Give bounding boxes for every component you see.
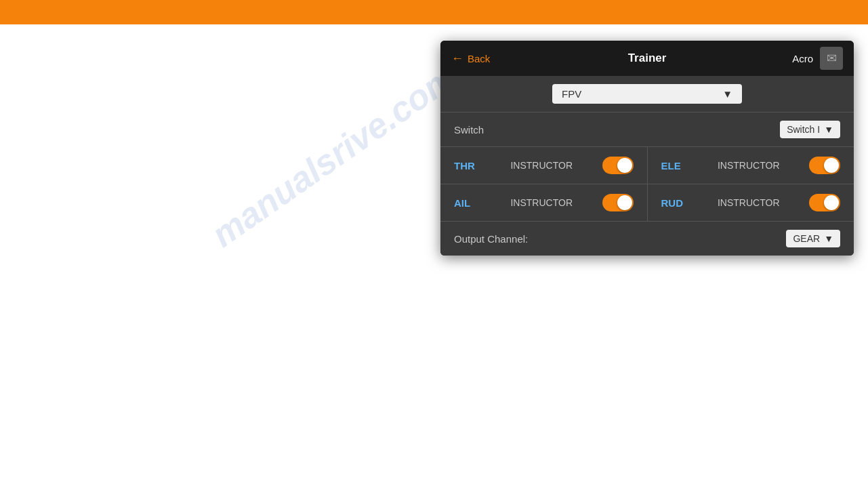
modal-title: Trainer <box>628 52 667 65</box>
envelope-glyph: ✉ <box>827 51 837 66</box>
rud-toggle[interactable] <box>809 194 840 211</box>
controls-grid: THR INSTRUCTOR ELE INSTRUCTOR AIL INSTRU… <box>440 147 854 222</box>
rud-channel-name: RUD <box>661 197 688 209</box>
switch-value: Switch I <box>787 124 820 135</box>
back-label: Back <box>468 53 490 64</box>
switch-dropdown-arrow-icon: ▼ <box>824 124 833 135</box>
output-channel-dropdown[interactable]: GEAR ▼ <box>786 230 840 247</box>
fpv-row: FPV ▼ <box>440 76 854 113</box>
ail-channel-name: AIL <box>454 197 481 209</box>
back-arrow-icon: ← <box>451 52 463 66</box>
watermark: manualsrive.com <box>204 57 463 256</box>
ail-toggle[interactable] <box>602 194 634 211</box>
header-right: Acro ✉ <box>792 47 843 70</box>
switch-dropdown[interactable]: Switch I ▼ <box>780 121 840 138</box>
fpv-dropdown[interactable]: FPV ▼ <box>552 84 742 104</box>
top-bar <box>0 0 868 24</box>
fpv-value: FPV <box>562 88 581 100</box>
ele-channel-mode: INSTRUCTOR <box>688 160 810 171</box>
envelope-icon[interactable]: ✉ <box>820 47 843 70</box>
acro-label: Acro <box>792 53 813 64</box>
switch-label: Switch <box>454 124 484 136</box>
output-dropdown-arrow-icon: ▼ <box>824 233 833 244</box>
rud-cell: RUD INSTRUCTOR <box>648 184 854 221</box>
thr-toggle[interactable] <box>602 157 634 174</box>
trainer-modal: ← Back Trainer Acro ✉ FPV ▼ Switch Switc… <box>440 41 854 256</box>
switch-row: Switch Switch I ▼ <box>440 113 854 147</box>
fpv-dropdown-arrow-icon: ▼ <box>722 88 732 100</box>
ele-channel-name: ELE <box>661 160 688 171</box>
thr-channel-name: THR <box>454 160 481 171</box>
ail-cell: AIL INSTRUCTOR <box>440 184 647 221</box>
modal-content: FPV ▼ Switch Switch I ▼ THR INSTRUCTOR E… <box>440 76 854 256</box>
modal-header: ← Back Trainer Acro ✉ <box>440 41 854 76</box>
ail-channel-mode: INSTRUCTOR <box>481 197 602 208</box>
output-row: Output Channel: GEAR ▼ <box>440 222 854 256</box>
thr-cell: THR INSTRUCTOR <box>440 147 647 184</box>
ele-toggle[interactable] <box>809 157 840 174</box>
ele-cell: ELE INSTRUCTOR <box>648 147 854 184</box>
thr-channel-mode: INSTRUCTOR <box>481 160 602 171</box>
rud-channel-mode: INSTRUCTOR <box>688 197 810 208</box>
output-channel-label: Output Channel: <box>454 233 528 245</box>
back-button[interactable]: ← Back <box>451 52 490 66</box>
output-channel-value: GEAR <box>793 233 820 244</box>
